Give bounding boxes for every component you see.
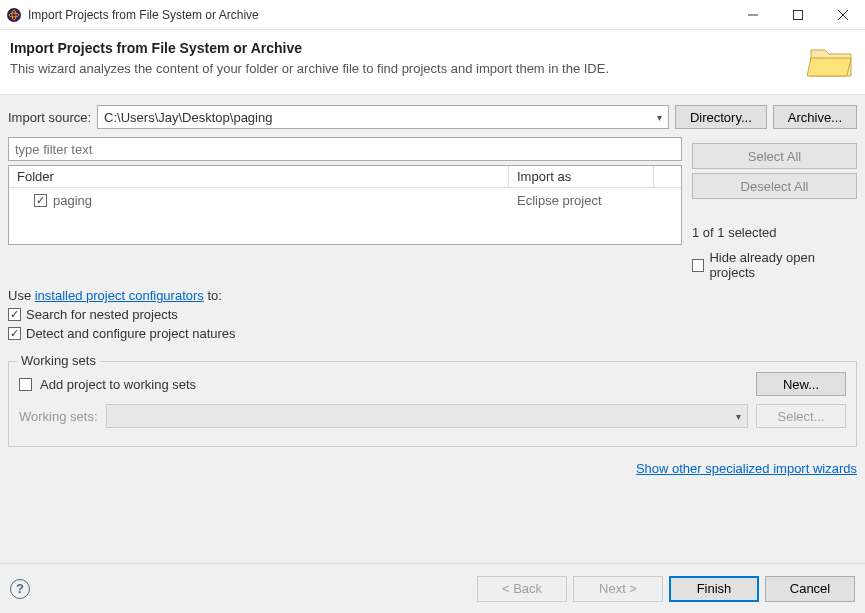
working-sets-label: Working sets: bbox=[19, 409, 98, 424]
table-row[interactable]: paging Eclipse project bbox=[9, 188, 681, 212]
svg-rect-4 bbox=[793, 10, 802, 19]
nested-projects-label: Search for nested projects bbox=[26, 307, 178, 322]
directory-button[interactable]: Directory... bbox=[675, 105, 767, 129]
show-other-link[interactable]: Show other specialized import wizards bbox=[636, 461, 857, 476]
select-all-button[interactable]: Select All bbox=[692, 143, 857, 169]
add-working-set-checkbox[interactable] bbox=[19, 378, 32, 391]
new-working-set-button[interactable]: New... bbox=[756, 372, 846, 396]
configurators-link[interactable]: installed project configurators bbox=[35, 288, 204, 303]
deselect-all-button[interactable]: Deselect All bbox=[692, 173, 857, 199]
help-icon[interactable]: ? bbox=[10, 579, 30, 599]
import-source-row: Import source: C:\Users\Jay\Desktop\pagi… bbox=[8, 105, 857, 129]
window-title: Import Projects from File System or Arch… bbox=[28, 8, 730, 22]
wizard-content: Import source: C:\Users\Jay\Desktop\pagi… bbox=[0, 94, 865, 563]
projects-table: Folder Import as paging Eclipse project bbox=[8, 165, 682, 245]
row-folder-name: paging bbox=[53, 193, 92, 208]
column-spacer bbox=[654, 166, 681, 188]
maximize-button[interactable] bbox=[775, 0, 820, 30]
close-button[interactable] bbox=[820, 0, 865, 30]
projects-area: Folder Import as paging Eclipse project … bbox=[8, 137, 857, 280]
configurators-text: Use installed project configurators to: bbox=[8, 288, 857, 303]
next-button: Next > bbox=[573, 576, 663, 602]
cancel-button[interactable]: Cancel bbox=[765, 576, 855, 602]
add-working-set-label: Add project to working sets bbox=[40, 377, 748, 392]
detect-natures-checkbox[interactable] bbox=[8, 327, 21, 340]
minimize-button[interactable] bbox=[730, 0, 775, 30]
table-header: Folder Import as bbox=[9, 166, 681, 188]
nested-projects-checkbox[interactable] bbox=[8, 308, 21, 321]
column-folder[interactable]: Folder bbox=[9, 166, 509, 188]
page-description: This wizard analyzes the content of your… bbox=[10, 61, 797, 76]
finish-button[interactable]: Finish bbox=[669, 576, 759, 602]
title-bar: Import Projects from File System or Arch… bbox=[0, 0, 865, 30]
window-controls bbox=[730, 0, 865, 30]
wizard-footer: ? < Back Next > Finish Cancel bbox=[0, 563, 865, 613]
detect-natures-label: Detect and configure project natures bbox=[26, 326, 236, 341]
row-import-as: Eclipse project bbox=[509, 191, 654, 210]
import-source-combo[interactable]: C:\Users\Jay\Desktop\paging ▾ bbox=[97, 105, 669, 129]
working-sets-combo: ▾ bbox=[106, 404, 748, 428]
detect-natures-row: Detect and configure project natures bbox=[8, 326, 857, 341]
show-other-row: Show other specialized import wizards bbox=[8, 461, 857, 476]
working-sets-legend: Working sets bbox=[17, 353, 100, 368]
eclipse-icon bbox=[6, 7, 22, 23]
row-checkbox[interactable] bbox=[34, 194, 47, 207]
chevron-down-icon: ▾ bbox=[657, 112, 662, 123]
wizard-header: Import Projects from File System or Arch… bbox=[0, 30, 865, 94]
selection-count: 1 of 1 selected bbox=[692, 225, 857, 240]
hide-open-checkbox[interactable] bbox=[692, 259, 704, 272]
archive-button[interactable]: Archive... bbox=[773, 105, 857, 129]
back-button: < Back bbox=[477, 576, 567, 602]
folder-import-icon bbox=[807, 40, 855, 80]
import-source-value: C:\Users\Jay\Desktop\paging bbox=[104, 110, 272, 125]
filter-input[interactable] bbox=[8, 137, 682, 161]
select-working-set-button: Select... bbox=[756, 404, 846, 428]
hide-open-row: Hide already open projects bbox=[692, 250, 857, 280]
page-title: Import Projects from File System or Arch… bbox=[10, 40, 797, 56]
chevron-down-icon: ▾ bbox=[736, 411, 741, 422]
import-source-label: Import source: bbox=[8, 110, 91, 125]
nested-projects-row: Search for nested projects bbox=[8, 307, 857, 322]
hide-open-label: Hide already open projects bbox=[709, 250, 857, 280]
column-import-as[interactable]: Import as bbox=[509, 166, 654, 188]
selection-side: Select All Deselect All 1 of 1 selected … bbox=[692, 137, 857, 280]
working-sets-group: Working sets Add project to working sets… bbox=[8, 361, 857, 447]
